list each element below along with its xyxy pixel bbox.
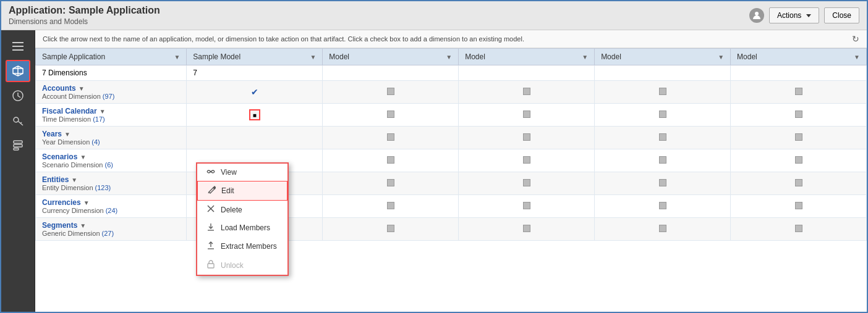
- scenarios-cb4[interactable]: [523, 156, 530, 164]
- fiscal-cb3[interactable]: [387, 111, 394, 118]
- col-model4-label: Model: [601, 52, 621, 61]
- fiscal-dropdown[interactable]: ▼: [100, 108, 106, 115]
- entities-cb5[interactable]: [659, 179, 666, 186]
- app-subtitle: Dimensions and Models: [9, 17, 160, 26]
- fiscal-c3: [323, 104, 459, 127]
- entities-label: Entities: [42, 175, 69, 184]
- close-button[interactable]: Close: [824, 7, 859, 23]
- col-app-sort[interactable]: ▼: [174, 54, 180, 61]
- key-icon: [11, 114, 25, 127]
- context-menu-item-extract[interactable]: Extract Members: [197, 237, 287, 256]
- cube-icon: [11, 64, 25, 78]
- scenarios-label: Scenarios: [42, 152, 77, 161]
- accounts-dropdown[interactable]: ▼: [79, 85, 85, 92]
- accounts-cb3[interactable]: [387, 88, 394, 95]
- fiscal-cb4[interactable]: [523, 111, 530, 118]
- accounts-cb5[interactable]: [659, 88, 666, 95]
- context-menu-item-edit[interactable]: Edit: [197, 181, 287, 201]
- sidebar-item-clock[interactable]: [6, 85, 30, 107]
- summary-row: 7 Dimensions 7: [36, 65, 867, 81]
- currencies-cb6[interactable]: [795, 202, 802, 209]
- col-model4-sort[interactable]: ▼: [718, 54, 724, 61]
- actions-button[interactable]: Actions: [769, 7, 819, 23]
- table-row: Currencies ▼ Currency Dimension (24): [36, 195, 867, 218]
- years-c3: [323, 127, 459, 149]
- svg-line-11: [20, 122, 22, 123]
- segments-cb6[interactable]: [795, 225, 802, 232]
- scenarios-cb3[interactable]: [387, 156, 394, 164]
- info-bar: Click the arrow next to the name of an a…: [35, 30, 867, 48]
- dim-fiscal: Fiscal Calendar ▼ Time Dimension (17): [36, 104, 187, 127]
- context-menu-item-load[interactable]: Load Members: [197, 219, 287, 237]
- entities-cb6[interactable]: [795, 179, 802, 186]
- data-icon: [11, 138, 25, 152]
- col-model3-sort[interactable]: ▼: [582, 54, 588, 61]
- segments-c5: [595, 218, 731, 241]
- accounts-c6: [731, 81, 867, 104]
- years-dropdown[interactable]: ▼: [64, 131, 70, 138]
- col-model5-label: Model: [737, 52, 757, 61]
- currencies-dropdown[interactable]: ▼: [83, 199, 90, 206]
- currencies-cb4[interactable]: [523, 202, 530, 209]
- currencies-cb5[interactable]: [659, 202, 666, 209]
- dim-scenarios-name[interactable]: Scenarios ▼: [42, 152, 180, 161]
- context-menu-item-view[interactable]: View: [197, 164, 287, 181]
- fiscal-trigger-button[interactable]: ■: [249, 109, 260, 120]
- currencies-cb3[interactable]: [387, 202, 394, 209]
- entities-cb4[interactable]: [523, 179, 530, 186]
- user-icon: [749, 8, 764, 23]
- segments-cb5[interactable]: [659, 225, 666, 232]
- fiscal-cb5[interactable]: [659, 111, 666, 118]
- segments-dropdown[interactable]: ▼: [80, 222, 86, 229]
- years-cb6[interactable]: [795, 133, 802, 141]
- dim-entities-name[interactable]: Entities ▼: [42, 175, 180, 184]
- svg-rect-1: [12, 42, 23, 43]
- dim-segments-name[interactable]: Segments ▼: [42, 221, 180, 230]
- accounts-cb4[interactable]: [523, 88, 530, 95]
- col-header-model2: Model ▼: [323, 49, 459, 65]
- fiscal-c4: [459, 104, 595, 127]
- col-header-model5: Model ▼: [731, 49, 867, 65]
- col-model1-sort[interactable]: ▼: [310, 54, 316, 61]
- entities-cb3[interactable]: [387, 179, 394, 186]
- sidebar-item-menu[interactable]: [6, 35, 30, 57]
- col-model5-sort[interactable]: ▼: [854, 54, 860, 61]
- entities-c3: [323, 172, 459, 195]
- currencies-c6: [731, 195, 867, 218]
- segments-cb3[interactable]: [387, 225, 394, 232]
- scenarios-cb5[interactable]: [659, 156, 666, 164]
- dim-years-name[interactable]: Years ▼: [42, 130, 180, 138]
- dim-accounts-name[interactable]: Accounts ▼: [42, 84, 180, 93]
- col-model3-label: Model: [465, 52, 485, 61]
- sidebar: [1, 30, 35, 312]
- years-cb5[interactable]: [659, 133, 666, 141]
- scenarios-c6: [731, 149, 867, 172]
- entities-c6: [731, 172, 867, 195]
- accounts-col2: ✔: [187, 81, 323, 104]
- accounts-cb6[interactable]: [795, 88, 802, 95]
- accounts-check: ✔: [251, 87, 258, 97]
- segments-cb4[interactable]: [523, 225, 530, 232]
- dim-currencies-name[interactable]: Currencies ▼: [42, 198, 180, 207]
- sidebar-item-data[interactable]: [6, 134, 30, 156]
- years-c6: [731, 127, 867, 149]
- dim-scenarios: Scenarios ▼ Scenario Dimension (6): [36, 149, 187, 172]
- dim-fiscal-name[interactable]: Fiscal Calendar ▼: [42, 107, 180, 115]
- sidebar-item-key[interactable]: [6, 109, 30, 131]
- top-bar: Application: Sample Application Dimensio…: [1, 1, 867, 30]
- col-model2-sort[interactable]: ▼: [446, 54, 452, 61]
- refresh-icon[interactable]: ↻: [852, 34, 859, 44]
- entities-dropdown[interactable]: ▼: [71, 177, 77, 183]
- years-cb3[interactable]: [387, 133, 394, 141]
- main-layout: Click the arrow next to the name of an a…: [1, 30, 867, 312]
- scenarios-cb6[interactable]: [795, 156, 802, 164]
- context-extract-label: Extract Members: [221, 242, 277, 251]
- years-c4: [459, 127, 595, 149]
- sidebar-item-cube[interactable]: [6, 60, 30, 82]
- context-menu-item-delete[interactable]: Delete: [197, 201, 287, 219]
- scenarios-dropdown[interactable]: ▼: [80, 154, 86, 161]
- years-cb4[interactable]: [523, 133, 530, 141]
- context-edit-label: Edit: [221, 186, 234, 195]
- fiscal-cb6[interactable]: [795, 111, 802, 118]
- summary-c6: [731, 65, 867, 81]
